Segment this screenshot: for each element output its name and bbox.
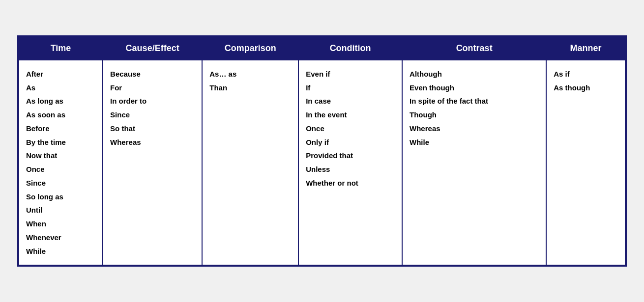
list-item: In the event [306, 108, 395, 122]
list-item: Whereas [410, 122, 539, 136]
header-comparison: Comparison [202, 37, 298, 60]
list-item: Unless [306, 163, 395, 176]
list-item: As… as [209, 67, 291, 81]
list-item: By the time [26, 136, 95, 149]
cell-condition: Even ifIfIn caseIn the eventOnceOnly ifP… [298, 60, 402, 266]
cause-effect-list: BecauseForIn order toSinceSo thatWhereas [110, 67, 195, 149]
list-item: Once [306, 122, 395, 136]
list-item: While [26, 245, 95, 258]
table-row: AfterAsAs long asAs soon asBeforeBy the … [19, 60, 625, 266]
list-item: Until [26, 203, 95, 217]
list-item: Since [26, 176, 95, 190]
list-item: As soon as [26, 108, 95, 122]
list-item: Now that [26, 149, 95, 163]
time-list: AfterAsAs long asAs soon asBeforeBy the … [26, 67, 95, 258]
list-item: Than [209, 81, 291, 95]
list-item: When [26, 217, 95, 231]
list-item: As [26, 81, 95, 95]
header-condition: Condition [298, 37, 402, 60]
header-manner: Manner [546, 37, 625, 60]
cell-cause-effect: BecauseForIn order toSinceSo thatWhereas [103, 60, 202, 266]
list-item: As if [554, 67, 618, 81]
list-item: Whether or not [306, 176, 395, 190]
cell-manner: As ifAs though [546, 60, 625, 266]
list-item: In spite of the fact that [410, 94, 539, 108]
list-item: Only if [306, 136, 395, 149]
list-item: After [26, 67, 95, 81]
header-contrast: Contrast [402, 37, 546, 60]
list-item: While [410, 136, 539, 149]
manner-list: As ifAs though [554, 67, 618, 95]
list-item: Since [110, 108, 195, 122]
contrast-list: AlthoughEven thoughIn spite of the fact … [410, 67, 539, 149]
comparison-list: As… asThan [209, 67, 291, 95]
condition-list: Even ifIfIn caseIn the eventOnceOnly ifP… [306, 67, 395, 190]
list-item: As though [554, 81, 618, 95]
list-item: Although [410, 67, 539, 81]
cell-contrast: AlthoughEven thoughIn spite of the fact … [402, 60, 546, 266]
list-item: Whereas [110, 136, 195, 149]
header-time: Time [19, 37, 103, 60]
list-item: In order to [110, 94, 195, 108]
list-item: Before [26, 122, 95, 136]
list-item: For [110, 81, 195, 95]
list-item: Even if [306, 67, 395, 81]
cell-comparison: As… asThan [202, 60, 298, 266]
list-item: So long as [26, 190, 95, 204]
list-item: Because [110, 67, 195, 81]
list-item: As long as [26, 94, 95, 108]
header-cause-effect: Cause/Effect [103, 37, 202, 60]
list-item: Once [26, 163, 95, 176]
list-item: If [306, 81, 395, 95]
list-item: Whenever [26, 231, 95, 245]
cell-time: AfterAsAs long asAs soon asBeforeBy the … [19, 60, 103, 266]
list-item: Provided that [306, 149, 395, 163]
list-item: Even though [410, 81, 539, 95]
list-item: So that [110, 122, 195, 136]
list-item: In case [306, 94, 395, 108]
subordinating-conjunctions-table: Time Cause/Effect Comparison Condition C… [17, 35, 627, 267]
list-item: Though [410, 108, 539, 122]
